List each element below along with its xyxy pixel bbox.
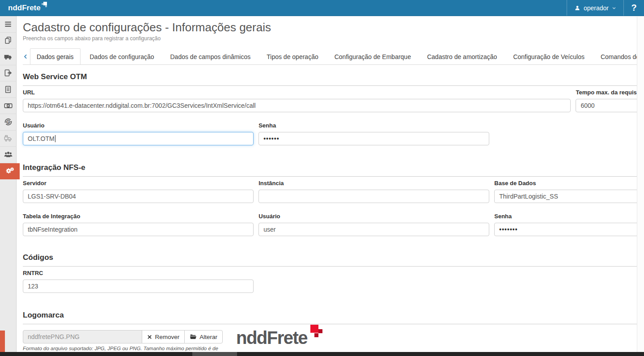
- sidebar-item-freight[interactable]: [0, 49, 16, 65]
- gears-icon: [5, 166, 15, 176]
- sidebar-item-report[interactable]: [0, 81, 16, 98]
- tabs-viewport: Dados gerais Dados de configuração Dados…: [30, 48, 644, 64]
- sidebar-active-indicator: [0, 331, 5, 352]
- export-document-icon: [4, 68, 13, 77]
- svg-text:$: $: [7, 120, 9, 123]
- tab-bar: Dados gerais Dados de configuração Dados…: [23, 48, 644, 65]
- user-icon: [574, 5, 580, 11]
- database-label: Base de Dados: [494, 180, 644, 186]
- company-logo-image: nddFrete: [236, 329, 325, 347]
- main-content: Cadastro de configurações - Informações …: [17, 16, 644, 352]
- nfse-user-input[interactable]: [258, 223, 489, 236]
- otm-user-input[interactable]: OLT.OTM: [23, 132, 254, 145]
- timeout-input[interactable]: [576, 99, 644, 112]
- nfse-password-input[interactable]: [494, 223, 644, 236]
- tab-tipos-de-operacao[interactable]: Tipos de operação: [260, 48, 325, 64]
- sidebar-item-settings[interactable]: [0, 163, 20, 180]
- otm-password-input[interactable]: [258, 132, 489, 145]
- logo-pixels-icon: [42, 2, 48, 8]
- instance-label: Instância: [258, 180, 489, 186]
- chevron-down-icon: [612, 6, 616, 10]
- otm-password-label: Senha: [258, 122, 489, 129]
- integration-table-input[interactable]: [23, 223, 254, 236]
- nfse-password-label: Senha: [494, 213, 644, 220]
- horizontal-scrollbar[interactable]: [0, 352, 644, 356]
- change-logo-button[interactable]: Alterar: [184, 330, 223, 343]
- sidebar-item-financial[interactable]: $: [0, 114, 16, 131]
- hamburger-menu-icon: [4, 20, 13, 29]
- tabs-scroll-left-icon[interactable]: [23, 48, 30, 64]
- sidebar: 1 $: [0, 16, 17, 352]
- tab-dados-gerais[interactable]: Dados gerais: [30, 48, 80, 64]
- document-icon: [4, 85, 13, 94]
- server-label: Servidor: [23, 180, 254, 186]
- sidebar-item-menu[interactable]: [0, 16, 16, 33]
- sidebar-item-delivery[interactable]: [0, 131, 16, 147]
- horizontal-scrollbar-thumb[interactable]: [192, 352, 237, 356]
- money-sync-icon: $: [4, 117, 13, 127]
- tab-dados-de-campos-dinamicos[interactable]: Dados de campos dinâmicos: [164, 48, 258, 64]
- delivery-truck-icon: [4, 134, 13, 143]
- server-input[interactable]: [23, 190, 254, 203]
- users-icon: [4, 150, 13, 159]
- topbar: nddFrete operador ?: [0, 0, 644, 16]
- svg-text:1: 1: [7, 104, 8, 107]
- folder-open-icon: [190, 334, 197, 340]
- url-label: URL: [23, 89, 571, 96]
- logo-upload-group: nddfretePNG.PNG Remover Alterar: [23, 330, 223, 343]
- page-title: Cadastro de configurações - Informações …: [23, 21, 644, 34]
- tab-configuracao-de-veiculos[interactable]: Configuração de Veículos: [506, 48, 591, 64]
- help-button[interactable]: ?: [623, 0, 644, 16]
- x-icon: [147, 335, 152, 339]
- integration-table-label: Tabela de Integração: [23, 213, 254, 220]
- truck-icon: [4, 52, 13, 61]
- sidebar-item-documents[interactable]: [0, 33, 16, 49]
- tab-configuracao-de-embarque[interactable]: Configuração de Embarque: [328, 48, 418, 64]
- section-title-codigos: Códigos: [23, 253, 644, 267]
- page-subtitle: Preencha os campos abaixo para registrar…: [23, 35, 644, 42]
- instance-input[interactable]: [258, 190, 489, 203]
- copy-icon: [4, 36, 13, 45]
- sidebar-item-billing[interactable]: 1: [0, 98, 16, 114]
- database-input[interactable]: [494, 190, 644, 203]
- url-input[interactable]: [23, 99, 571, 112]
- section-title-web-service-otm: Web Service OTM: [23, 72, 644, 86]
- user-menu[interactable]: operador: [567, 0, 623, 16]
- timeout-label: Tempo max. da requisição: [576, 89, 644, 96]
- rntrc-input[interactable]: [23, 280, 254, 293]
- banknote-icon: 1: [4, 101, 13, 110]
- sidebar-item-export[interactable]: [0, 65, 16, 82]
- app-logo[interactable]: nddFrete: [0, 4, 41, 13]
- tab-cadastro-de-amortizacao[interactable]: Cadastro de amortização: [420, 48, 504, 64]
- rntrc-label: RNTRC: [23, 270, 254, 276]
- sidebar-item-users[interactable]: [0, 147, 16, 163]
- vertical-scrollbar[interactable]: [637, 17, 644, 352]
- user-name: operador: [584, 4, 609, 12]
- app-logo-text: nddFrete: [8, 4, 41, 13]
- section-title-logomarca: Logomarca: [23, 311, 644, 324]
- section-title-integracao-nfse: Integração NFS-e: [23, 163, 644, 177]
- text-caret: [55, 135, 55, 142]
- logo-filename-field: nddfretePNG.PNG: [23, 330, 142, 343]
- logo-pixels-red-icon: [310, 325, 323, 337]
- remove-logo-button[interactable]: Remover: [142, 330, 185, 343]
- tab-dados-de-configuracao[interactable]: Dados de configuração: [83, 48, 161, 64]
- nfse-user-label: Usuário: [258, 213, 489, 220]
- otm-user-label: Usuário: [23, 122, 254, 129]
